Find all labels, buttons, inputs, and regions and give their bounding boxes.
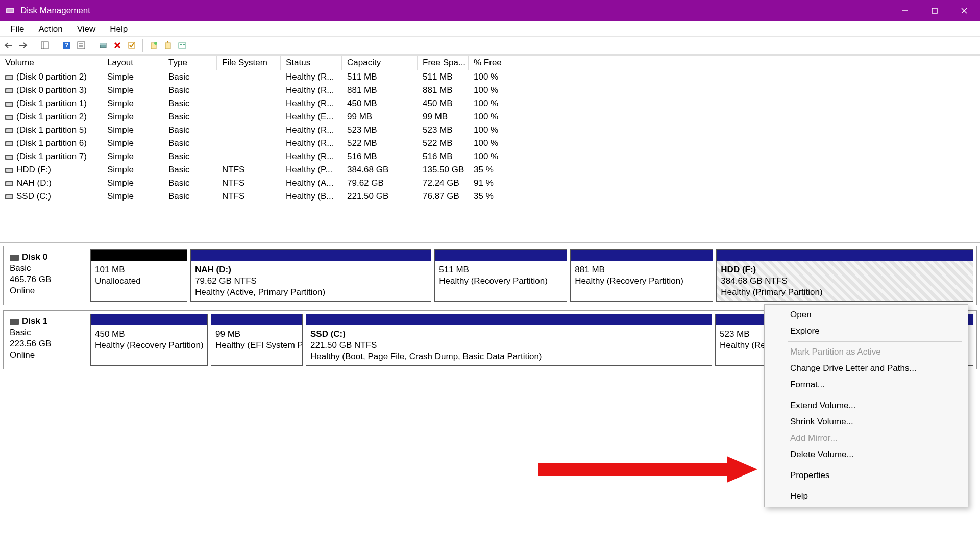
forward-button[interactable] <box>17 40 29 51</box>
col-capacity[interactable]: Capacity <box>342 56 418 70</box>
table-row[interactable]: (Disk 1 partition 6) Simple Basic Health… <box>0 137 980 150</box>
app-icon <box>5 6 15 16</box>
context-menu-item-properties[interactable]: Properties <box>765 467 968 484</box>
partition-size: 99 MB <box>215 329 298 340</box>
cell-type: Basic <box>163 191 217 202</box>
partition-body: SSD (C:)221.50 GB NTFS Healthy (Boot, Pa… <box>306 325 712 365</box>
partition-block[interactable]: 101 MB Unallocated <box>90 249 187 302</box>
partition-title: NAH (D:) <box>195 265 231 274</box>
refresh-icon[interactable] <box>97 40 109 51</box>
volume-name: (Disk 1 partition 2) <box>16 112 87 121</box>
menu-file[interactable]: File <box>3 22 31 36</box>
partition-size: 450 MB <box>95 329 203 340</box>
partition-body: NAH (D:)79.62 GB NTFS Healthy (Active, P… <box>191 261 431 301</box>
col-volume[interactable]: Volume <box>0 56 102 70</box>
menu-action[interactable]: Action <box>31 22 69 36</box>
context-menu-item-mark-partition-as-active: Mark Partition as Active <box>765 344 968 360</box>
col-pctfree[interactable]: % Free <box>469 56 540 70</box>
menu-help[interactable]: Help <box>103 22 135 36</box>
table-row[interactable]: SSD (C:) Simple Basic NTFS Healthy (B...… <box>0 190 980 203</box>
open-icon[interactable] <box>162 40 174 51</box>
table-row[interactable]: (Disk 1 partition 2) Simple Basic Health… <box>0 110 980 123</box>
partition-block[interactable]: 881 MB Healthy (Recovery Partition) <box>570 249 713 302</box>
menu-view[interactable]: View <box>70 22 103 36</box>
disk-info[interactable]: Disk 1 Basic 223.56 GB Online <box>4 311 85 369</box>
table-row[interactable]: (Disk 1 partition 5) Simple Basic Health… <box>0 123 980 137</box>
volume-icon <box>5 88 13 93</box>
partition-body: 511 MB Healthy (Recovery Partition) <box>435 261 567 301</box>
cell-pct: 35 % <box>469 164 540 176</box>
partition-body: 450 MB Healthy (Recovery Partition) <box>91 325 207 365</box>
table-row[interactable]: (Disk 1 partition 1) Simple Basic Health… <box>0 97 980 110</box>
table-row[interactable]: HDD (F:) Simple Basic NTFS Healthy (P...… <box>0 163 980 177</box>
cell-status: Healthy (P... <box>281 164 342 176</box>
partition-block[interactable]: 450 MB Healthy (Recovery Partition) <box>90 314 208 366</box>
partition-container: 101 MB UnallocatedNAH (D:)79.62 GB NTFS … <box>85 246 976 305</box>
context-menu-item-change-drive-letter-and-paths[interactable]: Change Drive Letter and Paths... <box>765 360 968 377</box>
cell-fs: NTFS <box>217 164 281 176</box>
volume-list[interactable]: Volume Layout Type File System Status Ca… <box>0 54 980 243</box>
volume-name: (Disk 1 partition 1) <box>16 98 87 108</box>
help-icon[interactable]: ? <box>61 40 72 51</box>
partition-block[interactable]: 99 MB Healthy (EFI System Partition) <box>211 314 303 366</box>
maximize-button[interactable] <box>920 0 949 21</box>
action-icon[interactable] <box>177 40 188 51</box>
context-menu-item-shrink-volume[interactable]: Shrink Volume... <box>765 414 968 430</box>
new-icon[interactable] <box>148 40 159 51</box>
check-icon[interactable] <box>126 40 137 51</box>
minimize-button[interactable] <box>890 0 920 21</box>
partition-block[interactable]: SSD (C:)221.50 GB NTFS Healthy (Boot, Pa… <box>306 314 712 366</box>
properties-icon[interactable] <box>76 40 87 51</box>
partition-block[interactable]: NAH (D:)79.62 GB NTFS Healthy (Active, P… <box>190 249 431 302</box>
partition-size: 79.62 GB NTFS <box>195 276 427 287</box>
col-filesystem[interactable]: File System <box>217 56 281 70</box>
disk-status: Online <box>10 285 79 296</box>
partition-status: Unallocated <box>95 276 183 287</box>
cell-capacity: 79.62 GB <box>342 178 418 189</box>
partition-block[interactable]: HDD (F:)384.68 GB NTFS Healthy (Primary … <box>716 249 973 302</box>
volume-icon <box>5 115 13 120</box>
cell-type: Basic <box>163 151 217 162</box>
table-row[interactable]: (Disk 0 partition 3) Simple Basic Health… <box>0 84 980 97</box>
toolbar-separator <box>92 39 92 52</box>
col-status[interactable]: Status <box>281 56 342 70</box>
cell-capacity: 523 MB <box>342 124 418 136</box>
cell-layout: Simple <box>102 191 163 202</box>
partition-status: Healthy (Recovery Partition) <box>439 276 562 287</box>
partition-block[interactable]: 511 MB Healthy (Recovery Partition) <box>434 249 567 302</box>
disk-info[interactable]: Disk 0 Basic 465.76 GB Online <box>4 246 85 305</box>
partition-status: Healthy (EFI System Partition) <box>215 340 298 351</box>
cell-status: Healthy (R... <box>281 151 342 162</box>
delete-icon[interactable] <box>112 40 123 51</box>
svg-rect-1 <box>7 9 13 12</box>
cell-fs <box>217 130 281 131</box>
table-row[interactable]: NAH (D:) Simple Basic NTFS Healthy (A...… <box>0 177 980 190</box>
col-layout[interactable]: Layout <box>102 56 163 70</box>
svg-rect-21 <box>165 43 170 49</box>
cell-type: Basic <box>163 85 217 96</box>
table-row[interactable]: (Disk 0 partition 2) Simple Basic Health… <box>0 70 980 84</box>
volume-list-header: Volume Layout Type File System Status Ca… <box>0 56 980 70</box>
back-button[interactable] <box>3 40 14 51</box>
close-button[interactable] <box>949 0 979 21</box>
col-type[interactable]: Type <box>163 56 217 70</box>
cell-pct: 100 % <box>469 124 540 136</box>
col-freespace[interactable]: Free Spa... <box>418 56 469 70</box>
table-row[interactable]: (Disk 1 partition 7) Simple Basic Health… <box>0 150 980 163</box>
context-menu-item-help[interactable]: Help <box>765 488 968 505</box>
cell-pct: 100 % <box>469 111 540 122</box>
context-menu-item-explore[interactable]: Explore <box>765 323 968 339</box>
partition-body: HDD (F:)384.68 GB NTFS Healthy (Primary … <box>717 261 973 301</box>
partition-status: Healthy (Primary Partition) <box>721 287 969 298</box>
cell-pct: 100 % <box>469 98 540 109</box>
context-menu-item-format[interactable]: Format... <box>765 377 968 393</box>
show-hide-console-tree-icon[interactable] <box>39 40 51 51</box>
context-menu-item-delete-volume[interactable]: Delete Volume... <box>765 446 968 463</box>
disk-row: Disk 0 Basic 465.76 GB Online101 MB Unal… <box>3 246 977 305</box>
svg-rect-3 <box>932 8 937 13</box>
svg-text:?: ? <box>65 42 68 49</box>
cell-pct: 100 % <box>469 71 540 83</box>
context-menu-item-open[interactable]: Open <box>765 307 968 323</box>
cell-status: Healthy (A... <box>281 178 342 189</box>
context-menu-item-extend-volume[interactable]: Extend Volume... <box>765 397 968 414</box>
